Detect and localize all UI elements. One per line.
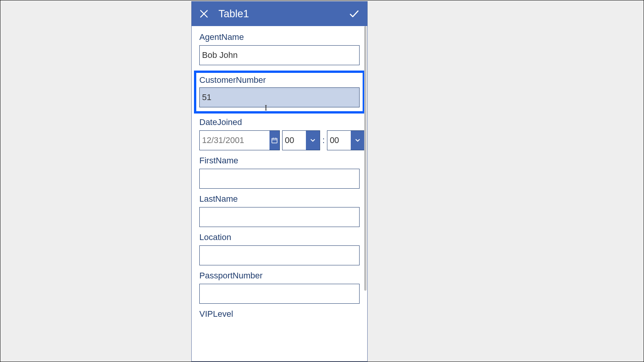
hour-select[interactable]: 00 bbox=[282, 130, 320, 150]
close-button[interactable] bbox=[198, 8, 210, 20]
label-agentname: AgentName bbox=[199, 32, 360, 42]
label-passportnumber: PassportNumber bbox=[199, 271, 360, 281]
date-input-wrap bbox=[199, 130, 280, 150]
field-datejoined: DateJoined bbox=[199, 117, 360, 150]
svg-rect-2 bbox=[272, 138, 277, 143]
close-icon bbox=[199, 9, 209, 19]
form-scroll-area: AgentName CustomerNumber I DateJoined bbox=[192, 26, 367, 361]
field-lastname: LastName bbox=[199, 194, 360, 227]
hour-value: 00 bbox=[283, 131, 306, 150]
datetime-row: 00 : 00 bbox=[199, 130, 360, 150]
check-icon bbox=[348, 8, 360, 20]
input-firstname[interactable] bbox=[199, 169, 360, 189]
field-location: Location bbox=[199, 232, 360, 265]
field-firstname: FirstName bbox=[199, 156, 360, 189]
minute-select[interactable]: 00 bbox=[327, 130, 365, 150]
app-background: Table1 AgentName CustomerNumber I bbox=[0, 0, 644, 362]
label-lastname: LastName bbox=[199, 194, 360, 204]
hour-dropdown-button[interactable] bbox=[306, 131, 320, 150]
confirm-button[interactable] bbox=[348, 8, 360, 20]
label-firstname: FirstName bbox=[199, 156, 360, 166]
label-customernumber: CustomerNumber bbox=[199, 75, 360, 85]
minute-value: 00 bbox=[327, 131, 351, 150]
calendar-icon bbox=[271, 137, 278, 144]
field-viplevel: VIPLevel bbox=[199, 309, 360, 319]
input-date[interactable] bbox=[200, 131, 269, 150]
label-location: Location bbox=[199, 232, 360, 242]
label-datejoined: DateJoined bbox=[199, 117, 360, 127]
date-picker-button[interactable] bbox=[269, 131, 279, 150]
field-customernumber-highlight: CustomerNumber I bbox=[194, 71, 365, 114]
form-panel: Table1 AgentName CustomerNumber I bbox=[191, 1, 368, 362]
label-viplevel: VIPLevel bbox=[199, 309, 360, 319]
minute-dropdown-button[interactable] bbox=[351, 131, 365, 150]
form-body: AgentName CustomerNumber I DateJoined bbox=[192, 26, 367, 319]
chevron-down-icon bbox=[354, 137, 361, 144]
input-passportnumber[interactable] bbox=[199, 284, 360, 304]
input-customernumber[interactable] bbox=[199, 87, 360, 107]
input-lastname[interactable] bbox=[199, 207, 360, 227]
scrollbar-thumb[interactable] bbox=[364, 26, 366, 291]
page-title: Table1 bbox=[219, 8, 249, 20]
field-agentname: AgentName bbox=[199, 32, 360, 65]
vertical-scrollbar[interactable] bbox=[363, 26, 367, 295]
time-separator: : bbox=[322, 135, 325, 145]
input-location[interactable] bbox=[199, 245, 360, 265]
input-agentname[interactable] bbox=[199, 45, 360, 65]
header-bar: Table1 bbox=[192, 2, 367, 26]
chevron-down-icon bbox=[309, 137, 316, 144]
header-left: Table1 bbox=[198, 8, 249, 20]
field-passportnumber: PassportNumber bbox=[199, 271, 360, 304]
